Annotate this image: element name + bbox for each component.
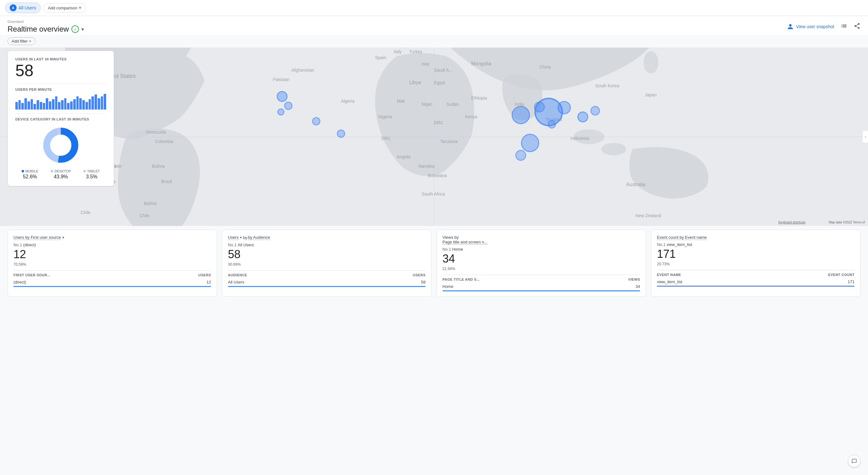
svg-text:Indonesia: Indonesia (570, 136, 589, 141)
chart-icon[interactable] (840, 23, 847, 31)
card4-col1-header: EVENT NAME (657, 273, 681, 277)
card4-no1-row: No.1 view_item_list (657, 242, 855, 247)
card1-number-row: 12 (13, 248, 211, 261)
avatar: A (10, 4, 17, 11)
all-users-label: All Users (19, 5, 36, 10)
tablet-dot (83, 170, 86, 172)
event-count-card: Event count by Event name No.1 view_item… (651, 230, 861, 297)
device-category-label: DEVICE CATEGORY IN LAST 30 MINUTES (16, 117, 106, 121)
svg-text:Venezuela: Venezuela (146, 130, 166, 135)
svg-text:Mongolia: Mongolia (471, 61, 491, 66)
bar (89, 99, 91, 109)
page-header-left: Greenland Realtime overview ✓ ▾ (7, 20, 84, 33)
card1-no1-row: No.1 (direct) (13, 242, 211, 247)
tablet-value: 3.5% (86, 174, 97, 180)
desktop-dot (51, 170, 53, 172)
card2-title-audience: by Audience (248, 235, 270, 240)
legend-mobile: MOBILE 52.6% (22, 169, 38, 180)
bar (31, 99, 33, 109)
svg-text:Namibia: Namibia (418, 164, 434, 169)
svg-text:South Korea: South Korea (595, 83, 619, 88)
svg-point-72 (521, 134, 538, 151)
svg-text:Sudan: Sudan (446, 102, 459, 107)
mobile-dot (22, 170, 24, 172)
desktop-value: 43.9% (54, 174, 68, 180)
bar (67, 103, 69, 109)
card4-no1: No.1 (657, 242, 666, 247)
svg-text:China: China (539, 64, 551, 69)
card2-table-header: AUDIENCE USERS (228, 270, 426, 277)
card1-col2-header: USERS (198, 273, 211, 277)
map-expand-button[interactable]: › (862, 131, 868, 143)
card1-row-1: (direct) 12 (13, 279, 211, 285)
svg-point-77 (312, 117, 320, 125)
card3-title-row: Views by Page title and screen n... (442, 235, 640, 244)
users-per-min-label: USERS PER MINUTE (16, 88, 106, 91)
bar (52, 99, 55, 109)
share-icon[interactable] (854, 23, 861, 31)
map-attribution: Map data ©2022 Terms of (829, 220, 865, 224)
mobile-label: MOBILE (25, 169, 38, 173)
svg-point-71 (534, 102, 545, 112)
svg-point-76 (278, 109, 284, 115)
add-comparison-label: Add comparison (48, 6, 78, 10)
card3-row1-label: Home (442, 284, 454, 289)
bar (76, 96, 79, 109)
bar (21, 103, 24, 109)
card3-mini-chart (628, 253, 640, 265)
page-header: Greenland Realtime overview ✓ ▾ View use… (0, 16, 868, 35)
card2-percent: 30.69% (228, 262, 426, 267)
svg-point-78 (337, 130, 345, 137)
add-comparison-button[interactable]: Add comparison + (43, 3, 86, 12)
card3-table-header: PAGE TITLE AND S... VIEWS (442, 275, 640, 281)
all-users-chip[interactable]: A All Users (5, 2, 41, 13)
card4-row1-value: 171 (848, 279, 855, 284)
top-bar: A All Users Add comparison + (0, 0, 868, 16)
card4-table-header: EVENT NAME EVENT COUNT (657, 270, 855, 277)
donut-chart (40, 125, 81, 166)
bar (33, 104, 36, 109)
card4-no1-value: view_item_list (666, 242, 692, 247)
svg-text:Colombia: Colombia (155, 139, 174, 144)
bar (61, 100, 64, 109)
svg-text:Pakistan: Pakistan (273, 77, 289, 82)
card3-col2-header: VIEWS (628, 277, 640, 281)
card2-mini-chart (414, 248, 426, 261)
card3-title-line1: Views by (442, 235, 640, 240)
card1-mini-chart (199, 248, 211, 261)
left-card: USERS IN LAST 30 MINUTES 58 USERS PER MI… (7, 51, 114, 186)
svg-text:Argentina: Argentina (154, 226, 173, 226)
bar (43, 103, 45, 109)
svg-text:Brazil: Brazil (161, 179, 172, 184)
card3-percent: 21.94% (442, 267, 640, 271)
card2-dropdown-icon[interactable]: ▾ (240, 235, 242, 240)
card2-col2-header: USERS (413, 273, 426, 277)
audience-card: Users ▾ by by Audience No.1 All Users 58… (222, 230, 432, 297)
card2-title-row: Users ▾ by by Audience (228, 235, 426, 240)
donut-chart-container (16, 125, 106, 166)
keyboard-shortcuts[interactable]: Keyboard shortcuts (778, 220, 805, 224)
svg-text:Bolivia: Bolivia (144, 201, 157, 206)
card2-number-row: 58 (228, 248, 426, 261)
svg-text:Tanzania: Tanzania (440, 139, 458, 144)
svg-text:Libya: Libya (409, 80, 421, 85)
svg-point-3 (601, 143, 626, 156)
card4-number-row: 171 (657, 247, 855, 261)
card1-dropdown-icon[interactable]: ▾ (62, 235, 64, 240)
svg-text:DRC: DRC (381, 136, 391, 141)
card2-title-users: Users (228, 235, 239, 240)
svg-text:Australia: Australia (626, 182, 646, 187)
view-user-snapshot-button[interactable]: View user snapshot (787, 24, 834, 30)
card4-percent: 20.73% (657, 262, 855, 266)
title-dropdown-icon[interactable]: ▾ (82, 26, 84, 32)
svg-point-75 (285, 102, 292, 109)
svg-text:Ethiopia: Ethiopia (471, 96, 487, 100)
card3-no1: No.1 (442, 247, 452, 251)
svg-text:Angola: Angola (397, 154, 410, 159)
card1-table-header: FIRST USER SOUR... USERS (13, 270, 211, 277)
card3-row1-bar (442, 291, 640, 291)
add-filter-button[interactable]: Add filter + (7, 37, 35, 45)
bottom-cards: Users by First user source ▾ No.1 (direc… (0, 226, 868, 300)
card2-title-by: by (243, 235, 247, 240)
world-map: United States Greenland Russia Finland S… (0, 47, 868, 226)
